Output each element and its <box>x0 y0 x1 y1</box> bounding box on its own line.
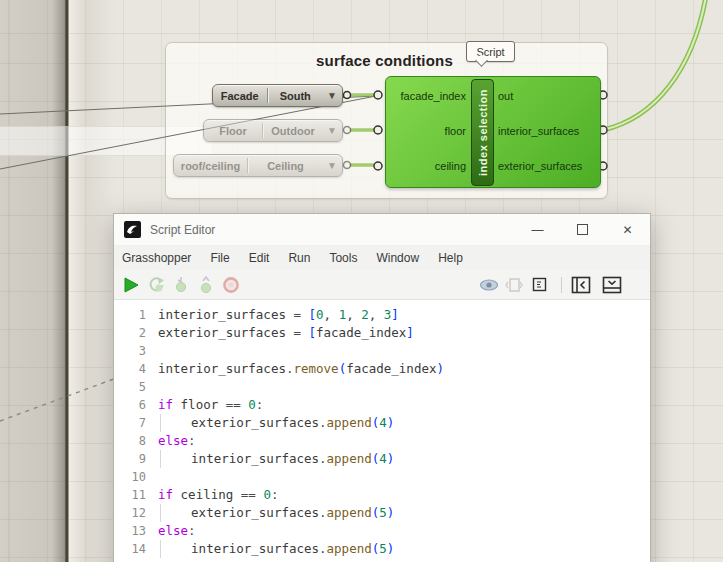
grasshopper-app-icon <box>124 221 141 238</box>
window-title: Script Editor <box>150 223 215 237</box>
line-number: 1 <box>114 306 158 324</box>
code-text: interior_surfaces = [0, 1, 2, 3] <box>158 306 399 324</box>
format-document-icon[interactable] <box>503 274 525 296</box>
preview-eye-icon[interactable] <box>478 274 500 296</box>
code-text: if floor == 0: <box>158 396 263 414</box>
group-title: surface conditions <box>316 52 453 69</box>
line-number: 12 <box>114 504 158 522</box>
code-line[interactable]: 7 exterior_surfaces.append(4) <box>114 414 650 432</box>
input-ceiling[interactable]: ceiling <box>435 160 466 172</box>
dropdown-arrow-icon[interactable]: ▼ <box>322 160 342 171</box>
value-list-floor[interactable]: Floor Outdoor ▼ <box>203 119 343 142</box>
toolbar-separator <box>561 277 562 293</box>
line-number: 10 <box>114 468 158 486</box>
code-text: interior_surfaces.append(5) <box>158 540 394 558</box>
code-line[interactable]: 9 interior_surfaces.append(4) <box>114 450 650 468</box>
script-balloon: Script <box>466 41 515 62</box>
step-over-icon[interactable] <box>195 274 217 296</box>
code-line[interactable]: 14 interior_surfaces.append(5) <box>114 540 650 558</box>
menu-window[interactable]: Window <box>376 251 419 265</box>
line-number: 4 <box>114 360 158 378</box>
value-list-selected: Outdoor <box>264 125 322 137</box>
stop-icon[interactable] <box>220 274 242 296</box>
value-list-roof-ceiling[interactable]: roof/ceiling Ceiling ▼ <box>173 154 343 177</box>
value-list-name: Facade <box>213 90 267 102</box>
line-number: 13 <box>114 522 158 540</box>
value-list-selected: Ceiling <box>249 160 322 172</box>
maximize-icon <box>577 224 588 235</box>
line-number: 9 <box>114 450 158 468</box>
menu-bar[interactable]: GrasshopperFileEditRunToolsWindowHelp <box>114 245 650 270</box>
code-line[interactable]: 3 <box>114 342 650 360</box>
value-list-name: roof/ceiling <box>174 160 247 172</box>
value-list-selected: South <box>269 90 323 102</box>
menu-run[interactable]: Run <box>288 251 310 265</box>
line-number: 5 <box>114 378 158 396</box>
value-list-name: Floor <box>204 125 262 137</box>
step-into-icon[interactable] <box>170 274 192 296</box>
menu-file[interactable]: File <box>210 251 229 265</box>
script-editor-window[interactable]: Script Editor — ✕ GrasshopperFileEditRun… <box>113 213 651 562</box>
code-text: if ceiling == 0: <box>158 486 278 504</box>
code-text: interior_surfaces.append(4) <box>158 450 394 468</box>
maximize-button[interactable] <box>560 214 605 245</box>
line-number: 8 <box>114 432 158 450</box>
line-number: 7 <box>114 414 158 432</box>
code-line[interactable]: 2exterior_surfaces = [facade_index] <box>114 324 650 342</box>
value-list-facade[interactable]: Facade South ▼ <box>212 84 343 107</box>
toggle-bottom-panel-icon[interactable] <box>601 274 623 296</box>
line-number: 3 <box>114 342 158 360</box>
run-script-button[interactable] <box>120 274 142 296</box>
code-text: exterior_surfaces = [facade_index] <box>158 324 414 342</box>
code-line[interactable]: 13else: <box>114 522 650 540</box>
code-text: else: <box>158 432 196 450</box>
line-number: 2 <box>114 324 158 342</box>
code-line[interactable]: 8else: <box>114 432 650 450</box>
dropdown-arrow-icon[interactable]: ▼ <box>322 90 342 101</box>
title-bar[interactable]: Script Editor — ✕ <box>114 214 650 245</box>
code-line[interactable]: 5 <box>114 378 650 396</box>
menu-grasshopper[interactable]: Grasshopper <box>122 251 191 265</box>
close-button[interactable]: ✕ <box>605 214 650 245</box>
dropdown-arrow-icon[interactable]: ▼ <box>322 125 342 136</box>
output-exterior-surfaces[interactable]: exterior_surfaces <box>498 160 582 172</box>
menu-edit[interactable]: Edit <box>249 251 270 265</box>
code-text: exterior_surfaces.append(5) <box>158 504 394 522</box>
toggle-left-panel-icon[interactable] <box>570 274 592 296</box>
code-line[interactable]: 1interior_surfaces = [0, 1, 2, 3] <box>114 306 650 324</box>
code-text: else: <box>158 522 196 540</box>
refresh-icon[interactable] <box>145 274 167 296</box>
toolbar[interactable] <box>114 270 650 300</box>
input-floor[interactable]: floor <box>445 125 466 137</box>
line-number: 6 <box>114 396 158 414</box>
line-number: 14 <box>114 540 158 558</box>
minimize-button[interactable]: — <box>515 214 560 245</box>
code-line[interactable]: 12 exterior_surfaces.append(5) <box>114 504 650 522</box>
output-out[interactable]: out <box>498 90 513 102</box>
menu-help[interactable]: Help <box>438 251 463 265</box>
code-line[interactable]: 6if floor == 0: <box>114 396 650 414</box>
code-line[interactable]: 10 <box>114 468 650 486</box>
input-facade-index[interactable]: facade_index <box>401 90 466 102</box>
code-text: interior_surfaces.remove(facade_index) <box>158 360 444 378</box>
code-lines[interactable]: 1interior_surfaces = [0, 1, 2, 3]2exteri… <box>114 300 650 558</box>
grasshopper-canvas: surface conditions <box>0 0 723 562</box>
code-text: exterior_surfaces.append(4) <box>158 414 394 432</box>
code-line[interactable]: 11if ceiling == 0: <box>114 486 650 504</box>
menu-tools[interactable]: Tools <box>329 251 357 265</box>
component-name-bar[interactable]: index selection <box>471 79 494 186</box>
code-line[interactable]: 4interior_surfaces.remove(facade_index) <box>114 360 650 378</box>
component-label: index selection <box>477 89 489 176</box>
console-icon[interactable] <box>528 274 550 296</box>
index-selection-component[interactable]: facade_index floor ceiling index selecti… <box>385 76 601 188</box>
output-interior-surfaces[interactable]: interior_surfaces <box>498 125 579 137</box>
line-number: 11 <box>114 486 158 504</box>
